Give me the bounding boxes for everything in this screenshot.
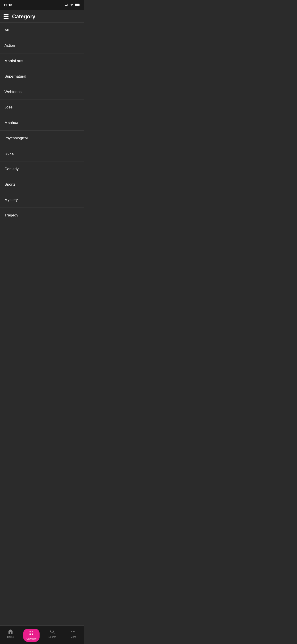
app-header: Category (0, 10, 84, 22)
signal-icon (65, 4, 69, 6)
category-item-label: Mystery (4, 198, 18, 202)
svg-rect-3 (68, 4, 68, 6)
category-item-label: Comedy (4, 167, 18, 171)
battery-icon (75, 4, 80, 6)
category-item-sports[interactable]: Sports (0, 177, 84, 192)
status-icons (65, 4, 80, 6)
category-item-isekai[interactable]: Isekai (0, 146, 84, 162)
category-item-label: Action (4, 44, 15, 48)
category-item-supernatural[interactable]: Supernatural (0, 69, 84, 84)
svg-rect-2 (67, 4, 67, 6)
category-item-label: Martial arts (4, 59, 23, 63)
grid-menu-icon[interactable] (3, 14, 8, 19)
category-item-all[interactable]: All (0, 22, 84, 38)
category-item-label: Isekai (4, 152, 14, 156)
status-time: 12:10 (3, 3, 12, 7)
status-bar: 12:10 (0, 0, 84, 10)
svg-rect-6 (75, 4, 79, 6)
category-item-tragedy[interactable]: Tragedy (0, 208, 84, 223)
category-item-label: Manhua (4, 120, 18, 125)
category-item-label: Psychological (4, 136, 28, 140)
category-item-label: Tragedy (4, 213, 18, 218)
category-item-comedy[interactable]: Comedy (0, 162, 84, 177)
category-item-label: Josei (4, 105, 13, 110)
svg-rect-1 (66, 5, 67, 6)
category-list: AllActionMartial artsSupernaturalWebtoon… (0, 22, 84, 223)
wifi-icon (70, 4, 73, 6)
category-item-martial-arts[interactable]: Martial arts (0, 54, 84, 69)
category-item-label: All (4, 28, 9, 32)
category-item-label: Sports (4, 182, 15, 187)
category-item-psychological[interactable]: Psychological (0, 130, 84, 146)
svg-rect-0 (65, 5, 66, 6)
category-item-label: Supernatural (4, 74, 26, 79)
category-item-label: Webtoons (4, 90, 21, 94)
category-item-josei[interactable]: Josei (0, 100, 84, 115)
svg-rect-5 (80, 4, 80, 6)
category-item-manhua[interactable]: Manhua (0, 115, 84, 130)
category-item-webtoons[interactable]: Webtoons (0, 84, 84, 100)
page-title: Category (12, 14, 35, 20)
category-item-mystery[interactable]: Mystery (0, 192, 84, 208)
category-item-action[interactable]: Action (0, 38, 84, 54)
